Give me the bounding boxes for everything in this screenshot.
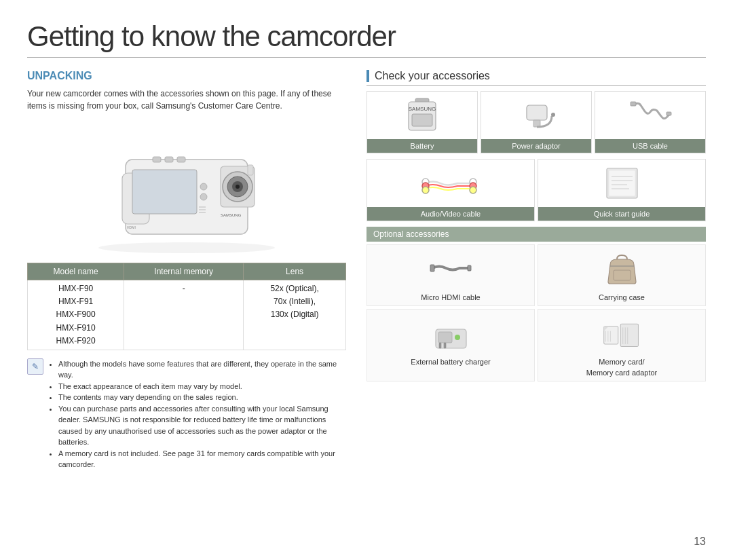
svg-rect-28: [666, 112, 671, 115]
battery-item: SAMSUNG Battery: [366, 91, 478, 153]
svg-rect-36: [609, 170, 635, 196]
lens-cell: 52x (Optical),70x (Intelli),130x (Digita…: [244, 280, 346, 350]
svg-rect-23: [412, 114, 432, 126]
av-cable-item: Audio/Video cable: [366, 159, 535, 221]
battery-label: Battery: [367, 139, 477, 153]
quick-start-guide-image: [538, 160, 705, 207]
note-item: The contents may vary depending on the s…: [58, 392, 346, 403]
hdmi-label: Micro HDMI cable: [421, 293, 480, 303]
accessories-title-text: Check your accessories: [375, 70, 490, 82]
camcorder-svg: SAMSUNG HDMI: [85, 119, 288, 255]
svg-rect-9: [153, 157, 161, 162]
svg-rect-49: [444, 343, 446, 348]
usb-cable-image: [595, 92, 705, 139]
unpacking-title: UNPACKING: [27, 70, 346, 82]
svg-rect-11: [177, 157, 185, 162]
svg-point-13: [200, 193, 207, 200]
svg-rect-54: [604, 326, 618, 344]
hdmi-image: [427, 249, 474, 290]
main-columns: UNPACKING Your new camcorder comes with …: [27, 70, 706, 470]
accessories-grid-bottom: Audio/Video cable: [366, 159, 706, 221]
accessories-title: Check your accessories: [366, 70, 706, 86]
memory-cell: -: [124, 280, 244, 350]
memory-card-label: Memory card/ Memory card adaptor: [586, 357, 658, 378]
charger-image: [427, 314, 474, 354]
optional-grid: Micro HDMI cable: [366, 244, 706, 381]
note-item: A memory card is not included. See page …: [58, 448, 346, 470]
svg-point-0: [98, 242, 275, 253]
page: Getting to know the camcorder UNPACKING …: [0, 0, 733, 560]
table-row: HMX-F90HMX-F91HMX-F900HMX-F910HMX-F920 -…: [28, 280, 346, 350]
av-cable-label: Audio/Video cable: [367, 207, 534, 221]
memory-icon: [598, 316, 645, 353]
hdmi-icon: [429, 251, 473, 288]
title-divider: [27, 57, 706, 58]
svg-rect-46: [438, 332, 452, 343]
svg-point-31: [422, 187, 429, 193]
title-bar-accent: [366, 70, 369, 82]
optional-header: Optional accessories: [366, 227, 706, 242]
charger-label: External battery charger: [411, 357, 490, 367]
specs-table: Model name Internal memory Lens HMX-F90H…: [27, 263, 346, 350]
note-item: You can purchase parts and accessories a…: [58, 403, 346, 448]
guide-icon: [597, 163, 647, 204]
usb-icon: [628, 97, 673, 134]
quick-start-guide-label: Quick start guide: [538, 207, 705, 221]
battery-icon: SAMSUNG: [405, 97, 439, 134]
svg-rect-24: [527, 105, 547, 120]
svg-rect-27: [631, 102, 636, 106]
camcorder-image: SAMSUNG HDMI: [85, 119, 288, 255]
power-adaptor-image: [481, 92, 591, 139]
memory-card-item: Memory card/ Memory card adaptor: [538, 309, 706, 381]
notes-section: ✎ Although the models have some features…: [27, 358, 346, 470]
hdmi-item: Micro HDMI cable: [366, 244, 535, 306]
av-cable-image: [367, 160, 534, 207]
svg-rect-10: [165, 157, 173, 162]
usb-cable-label: USB cable: [595, 139, 705, 153]
svg-text:SAMSUNG: SAMSUNG: [221, 213, 242, 217]
av-icon: [420, 163, 481, 204]
adaptor-icon: [514, 97, 559, 134]
carrying-case-item: Carrying case: [538, 244, 706, 306]
model-cell: HMX-F90HMX-F91HMX-F900HMX-F910HMX-F920: [28, 280, 124, 350]
carrying-case-label: Carrying case: [599, 293, 645, 303]
carrying-case-image: [598, 249, 645, 290]
memory-card-image: [598, 314, 645, 354]
svg-point-34: [470, 187, 476, 193]
power-adaptor-item: Power adaptor: [481, 91, 592, 153]
svg-rect-3: [132, 170, 197, 214]
svg-point-12: [200, 183, 207, 190]
svg-rect-19: [248, 165, 253, 175]
svg-rect-42: [468, 265, 471, 271]
note-item: Although the models have some features t…: [58, 358, 346, 381]
svg-text:HDMI: HDMI: [127, 225, 136, 229]
svg-point-8: [236, 185, 240, 189]
svg-point-26: [551, 113, 555, 117]
svg-rect-48: [439, 343, 441, 348]
note-icon: ✎: [27, 358, 43, 375]
accessories-grid-top: SAMSUNG Battery: [366, 91, 706, 153]
charger-icon: [429, 316, 473, 353]
svg-rect-41: [430, 265, 434, 272]
left-column: UNPACKING Your new camcorder comes with …: [27, 70, 346, 470]
svg-point-47: [455, 335, 460, 340]
col-lens: Lens: [244, 263, 346, 280]
page-number: 13: [694, 536, 706, 548]
quick-start-guide-item: Quick start guide: [538, 159, 706, 221]
note-item: The exact appearance of each item may va…: [58, 381, 346, 392]
charger-item: External battery charger: [366, 309, 535, 381]
right-column: Check your accessories SAMSUNG Battery: [366, 70, 706, 470]
battery-image: SAMSUNG: [367, 92, 477, 139]
notes-list: Although the models have some features t…: [49, 358, 346, 470]
page-title: Getting to know the camcorder: [27, 20, 706, 53]
usb-cable-item: USB cable: [595, 91, 706, 153]
unpacking-description: Your new camcorder comes with the access…: [27, 88, 346, 112]
col-memory: Internal memory: [124, 263, 244, 280]
power-adaptor-label: Power adaptor: [481, 139, 591, 153]
case-icon: [600, 251, 644, 288]
svg-text:SAMSUNG: SAMSUNG: [409, 106, 436, 112]
col-model: Model name: [28, 263, 124, 280]
